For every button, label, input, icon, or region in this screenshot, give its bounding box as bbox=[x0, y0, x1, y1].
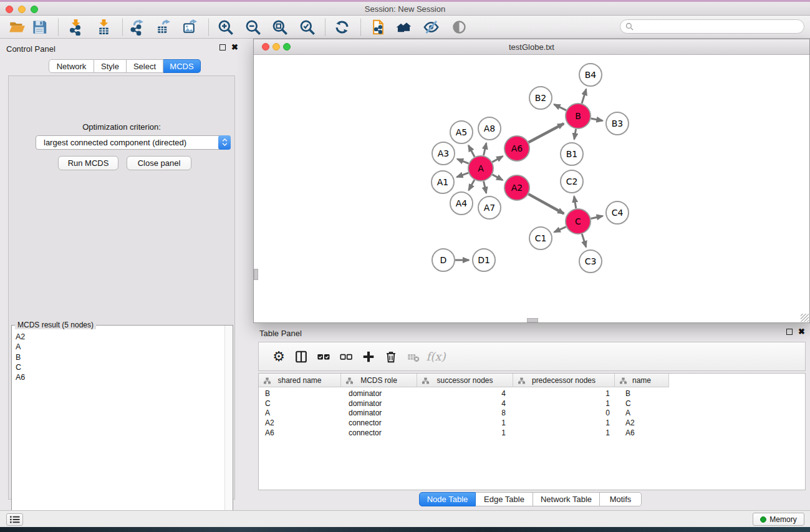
tab-edge-table[interactable]: Edge Table bbox=[476, 492, 533, 506]
close-panel-icon[interactable]: ✖ bbox=[798, 329, 805, 335]
graph-edge-C-C3[interactable] bbox=[582, 234, 586, 247]
graph-node-label: C bbox=[575, 216, 581, 226]
graph-node-label: D1 bbox=[478, 255, 490, 265]
graph-edge-A-A4[interactable] bbox=[469, 180, 475, 190]
close-panel-icon[interactable]: ✖ bbox=[231, 44, 238, 51]
import-table-icon[interactable] bbox=[93, 17, 114, 37]
unselect-all-columns-icon[interactable] bbox=[335, 350, 357, 364]
result-scrollbar[interactable] bbox=[224, 326, 233, 532]
table-cell: 1 bbox=[513, 389, 615, 399]
canvas-bottom-handle[interactable] bbox=[527, 318, 538, 322]
table-row[interactable]: Bdominator41B bbox=[259, 389, 669, 399]
memory-button[interactable]: Memory bbox=[753, 513, 804, 526]
graph-edge-C-C1[interactable] bbox=[554, 227, 566, 233]
graph-node-label: A2 bbox=[511, 183, 523, 193]
network-canvas[interactable]: B4B2BB3A5A8A6A3B1AA1C2A2A4A7C4CC1C3DD1 bbox=[254, 55, 809, 322]
graph-edge-B-B2[interactable] bbox=[554, 104, 566, 110]
column-header-MCDS-role[interactable]: MCDS role bbox=[341, 374, 417, 387]
window-resize-grip[interactable] bbox=[801, 314, 809, 322]
graph-edge-C-C2[interactable] bbox=[574, 196, 576, 209]
graph-edge-A6-B[interactable] bbox=[529, 123, 564, 142]
table-cell: A bbox=[259, 409, 341, 418]
graph-edge-B-B3[interactable] bbox=[591, 118, 603, 121]
select-all-columns-icon[interactable] bbox=[312, 350, 335, 364]
table-header-row: shared nameMCDS rolesuccessor nodesprede… bbox=[259, 374, 669, 387]
control-panel-tabs: NetworkStyleSelectMCDS bbox=[49, 59, 201, 73]
zoom-in-icon[interactable] bbox=[215, 17, 236, 37]
add-column-icon[interactable] bbox=[357, 350, 380, 364]
column-header-shared-name[interactable]: shared name bbox=[259, 374, 341, 387]
duplicate-network-view-icon[interactable] bbox=[367, 17, 388, 37]
graph-node-label: A5 bbox=[456, 127, 467, 137]
graph-edge-A-A8[interactable] bbox=[483, 143, 486, 155]
tab-network-table[interactable]: Network Table bbox=[533, 492, 600, 506]
table-cell: 1 bbox=[513, 418, 615, 428]
tab-network[interactable]: Network bbox=[49, 59, 94, 73]
zoom-out-icon[interactable] bbox=[242, 17, 263, 37]
zoom-fit-icon[interactable] bbox=[269, 17, 290, 37]
canvas-left-handle[interactable] bbox=[254, 269, 258, 280]
table-tabs: Node TableEdge TableNetwork TableMotifs bbox=[419, 492, 642, 506]
import-network-icon[interactable] bbox=[65, 17, 86, 37]
graph-edge-A-A6[interactable] bbox=[492, 157, 503, 162]
float-panel-icon[interactable] bbox=[219, 44, 226, 51]
mcds-result-item: B bbox=[16, 352, 224, 362]
graph-edge-A-A3[interactable] bbox=[457, 159, 468, 163]
table-row[interactable]: Cdominator41C bbox=[259, 399, 669, 409]
search-field[interactable] bbox=[620, 19, 804, 34]
network-window-titlebar[interactable]: testGlobe.txt bbox=[254, 39, 809, 55]
tab-node-table[interactable]: Node Table bbox=[419, 492, 476, 506]
toolbar-separator bbox=[325, 19, 325, 36]
table-cell: connector bbox=[341, 428, 417, 438]
export-image-icon[interactable] bbox=[179, 17, 200, 37]
graph-edge-A-A5[interactable] bbox=[468, 145, 475, 157]
graph-edge-A-A2[interactable] bbox=[493, 175, 503, 180]
table-cell: 1 bbox=[513, 399, 615, 409]
show-columns-icon[interactable] bbox=[290, 350, 312, 364]
search-input[interactable] bbox=[634, 22, 804, 31]
export-network-icon[interactable] bbox=[126, 17, 147, 37]
graph-edge-B-B4[interactable] bbox=[582, 89, 586, 104]
column-header-predecessor-nodes[interactable]: predecessor nodes bbox=[513, 374, 615, 387]
close-panel-button[interactable]: Close panel bbox=[127, 156, 191, 170]
apply-layout-icon[interactable] bbox=[331, 17, 352, 37]
search-icon bbox=[625, 22, 634, 31]
delete-table-icon[interactable] bbox=[402, 350, 425, 364]
mcds-result-box: MCDS result (5 nodes) A2ABCA6 bbox=[11, 325, 233, 532]
criterion-select[interactable]: largest connected component (directed) bbox=[36, 135, 231, 150]
column-header-name[interactable]: name bbox=[615, 374, 669, 387]
eye-icon[interactable] bbox=[448, 17, 470, 37]
list-icon bbox=[10, 516, 20, 523]
graph-edge-A-A1[interactable] bbox=[457, 173, 469, 177]
criterion-select-value: largest connected component (directed) bbox=[36, 138, 218, 147]
table-cell: B bbox=[615, 389, 669, 399]
graph-edge-A2-C[interactable] bbox=[528, 194, 564, 213]
column-header-successor-nodes[interactable]: successor nodes bbox=[417, 374, 513, 387]
home-view-icon[interactable] bbox=[393, 17, 414, 37]
zoom-selected-icon[interactable] bbox=[296, 17, 317, 37]
table-row[interactable]: A2connector11A2 bbox=[259, 418, 669, 428]
tab-mcds[interactable]: MCDS bbox=[163, 59, 201, 73]
graph-node-label: C3 bbox=[585, 256, 597, 266]
export-table-icon[interactable] bbox=[152, 17, 173, 37]
open-file-icon[interactable] bbox=[6, 17, 27, 37]
tab-select[interactable]: Select bbox=[127, 59, 163, 73]
settings-gear-icon[interactable]: ⚙ bbox=[268, 350, 290, 364]
delete-column-icon[interactable] bbox=[380, 350, 402, 364]
float-panel-icon[interactable] bbox=[786, 329, 793, 335]
task-history-button[interactable] bbox=[6, 513, 23, 526]
graph-edge-B-B1[interactable] bbox=[574, 129, 576, 140]
table-row[interactable]: A6connector11A6 bbox=[259, 428, 669, 438]
save-session-icon[interactable] bbox=[29, 17, 50, 37]
hide-view-icon[interactable] bbox=[420, 17, 441, 37]
network-graph: B4B2BB3A5A8A6A3B1AA1C2A2A4A7C4CC1C3DD1 bbox=[254, 55, 809, 322]
memory-label: Memory bbox=[769, 515, 796, 524]
tab-motifs[interactable]: Motifs bbox=[600, 492, 642, 506]
status-bar: Memory bbox=[0, 510, 810, 527]
graph-edge-A-A7[interactable] bbox=[484, 181, 486, 193]
run-mcds-button[interactable]: Run MCDS bbox=[58, 156, 118, 170]
graph-edge-C-C4[interactable] bbox=[591, 216, 602, 218]
function-builder-icon[interactable]: f(x) bbox=[425, 350, 447, 363]
tab-style[interactable]: Style bbox=[94, 59, 127, 73]
table-row[interactable]: Adominator80A bbox=[259, 409, 669, 418]
